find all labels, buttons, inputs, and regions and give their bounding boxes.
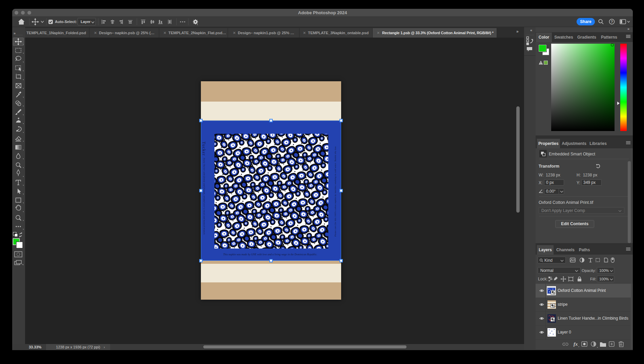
svg-text:fx: fx	[574, 341, 578, 347]
svg-text:?: ?	[611, 20, 613, 24]
